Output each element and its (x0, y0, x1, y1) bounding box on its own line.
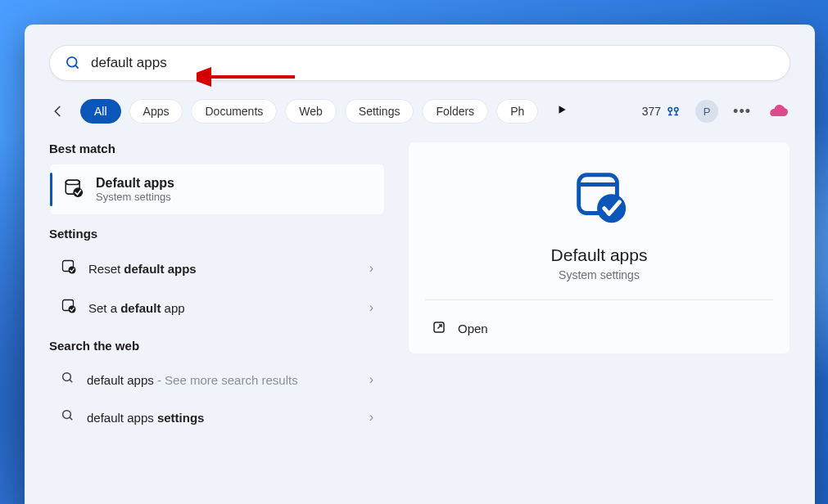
user-avatar[interactable]: P (695, 100, 718, 123)
web-result-settings[interactable]: default apps settings › (49, 398, 385, 436)
search-panel: All Apps Documents Web Settings Folders … (25, 25, 815, 504)
best-match-header: Best match (49, 142, 385, 155)
filter-tab-more[interactable]: Ph (496, 99, 538, 124)
best-match-item[interactable]: Default apps System settings (49, 164, 385, 215)
filter-tab-settings[interactable]: Settings (345, 99, 414, 124)
open-label: Open (458, 322, 488, 335)
svg-point-8 (73, 187, 83, 197)
divider (425, 299, 773, 300)
filter-tab-all[interactable]: All (80, 99, 121, 124)
settings-section-header: Settings (49, 227, 385, 241)
copilot-icon[interactable] (766, 99, 790, 124)
svg-point-0 (67, 57, 77, 67)
chevron-right-icon: › (369, 410, 373, 425)
open-action[interactable]: Open (428, 312, 770, 345)
chevron-right-icon: › (369, 300, 373, 315)
web-result-more[interactable]: default apps - See more search results › (49, 361, 385, 398)
results-content: Best match Default apps System settings … (49, 142, 790, 436)
filter-tabs: All Apps Documents Web Settings Folders … (49, 99, 790, 124)
best-match-title: Default apps (96, 176, 174, 191)
back-button[interactable] (49, 102, 67, 120)
settings-result-reset[interactable]: Reset default apps › (49, 249, 385, 288)
filter-tab-folders[interactable]: Folders (422, 99, 488, 124)
chevron-right-icon: › (369, 261, 373, 276)
settings-result-set[interactable]: Set a default app › (49, 288, 385, 327)
default-apps-icon (61, 298, 77, 317)
svg-point-15 (63, 411, 71, 419)
web-section-header: Search the web (49, 339, 385, 353)
best-match-subtitle: System settings (96, 191, 174, 203)
rewards-button[interactable]: 377 (642, 104, 681, 119)
preview-app-icon (428, 167, 770, 231)
filter-tab-documents[interactable]: Documents (191, 99, 277, 124)
filter-tab-apps[interactable]: Apps (129, 99, 183, 124)
svg-point-5 (675, 108, 679, 112)
svg-point-12 (69, 306, 76, 313)
result-label: default apps settings (87, 411, 358, 425)
rewards-icon (666, 104, 681, 119)
svg-point-13 (63, 373, 71, 381)
svg-rect-7 (66, 180, 79, 184)
search-box[interactable] (49, 45, 790, 81)
default-apps-icon (63, 178, 84, 202)
svg-line-1 (75, 65, 79, 69)
more-options-button[interactable]: ••• (733, 103, 751, 120)
default-apps-icon (61, 259, 77, 278)
open-external-icon (432, 320, 446, 337)
preview-title: Default apps (428, 245, 770, 265)
result-label: Set a default app (88, 301, 358, 315)
results-list: Best match Default apps System settings … (49, 142, 385, 436)
search-icon (61, 408, 75, 426)
result-label: Reset default apps (88, 262, 358, 276)
svg-line-14 (70, 380, 72, 382)
filter-tab-web[interactable]: Web (285, 99, 337, 124)
preview-pane: Default apps System settings Open (408, 142, 790, 436)
svg-line-16 (70, 417, 72, 420)
play-icon[interactable] (553, 104, 571, 119)
search-input[interactable] (91, 55, 775, 71)
svg-point-4 (668, 108, 672, 112)
search-icon (65, 55, 81, 71)
result-label: default apps - See more search results (87, 373, 358, 387)
rewards-points: 377 (642, 105, 661, 118)
chevron-right-icon: › (369, 372, 373, 387)
search-icon (61, 371, 75, 389)
preview-subtitle: System settings (428, 268, 770, 281)
svg-point-10 (69, 267, 76, 274)
